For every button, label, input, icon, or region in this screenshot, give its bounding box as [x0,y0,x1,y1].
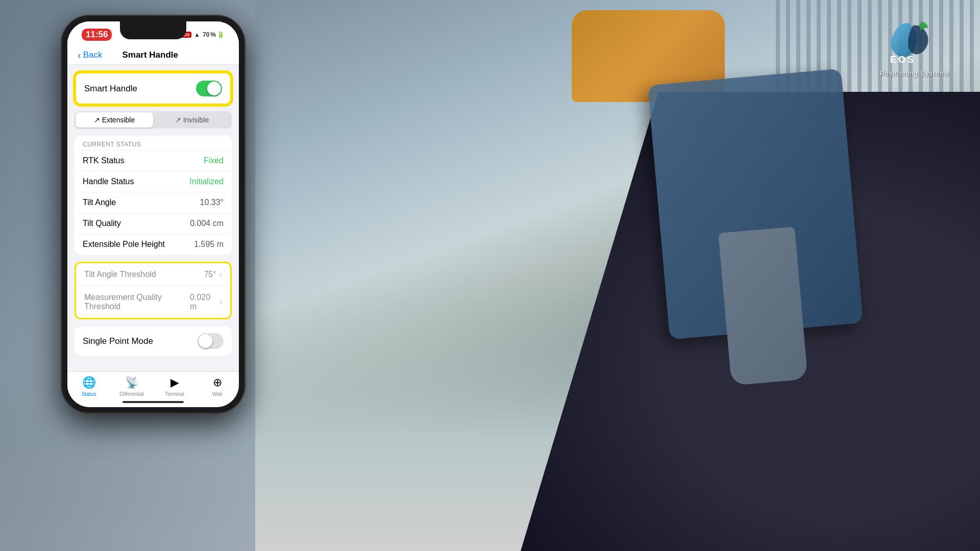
pole-height-row: Extensible Pole Height 1.595 m [75,234,232,255]
home-indicator [122,401,184,403]
phone-screen: 11:56 SOS ▲ 70% 🔋 ‹ Back Smart Handle [67,21,239,407]
chevron-right-icon-2: › [219,297,222,307]
invisible-icon: ↗ [175,116,183,124]
measurement-quality-label: Measurement Quality Threshold [84,293,190,311]
current-status-section: CURRENT STATUS RTK Status Fixed Handle S… [75,136,232,255]
status-time: 11:56 [82,29,112,41]
toggle-thumb [207,82,221,95]
terminal-tab-label: Terminal [165,391,184,397]
segment-control: ↗ Extensible ↗ Invisible [75,111,232,129]
eos-logo: EOS Positioning Systems [880,15,949,77]
tilt-angle-row: Tilt Angle 10.33° [75,192,232,213]
invisible-label: Invisible [183,116,209,124]
status-tab-label: Status [82,391,96,397]
extensible-icon: ↗ [94,116,102,124]
battery-icon: 🔋 [217,31,225,38]
battery-indicator: 70% 🔋 [203,31,225,38]
svg-text:EOS: EOS [890,55,916,65]
single-point-toggle-thumb [199,334,212,348]
single-point-row: Single Point Mode [75,327,232,356]
wifi-icon: ▲ [194,31,200,38]
measurement-quality-value-area: 0.020 m › [190,293,222,311]
rtk-status-row: RTK Status Fixed [75,150,232,171]
tilt-angle-threshold-label: Tilt Angle Threshold [84,270,156,279]
tilt-quality-label: Tilt Quality [83,219,121,228]
handle-status-label: Handle Status [83,177,134,186]
tilt-angle-value: 10.33° [200,198,224,207]
tilt-angle-threshold-row[interactable]: Tilt Angle Threshold 75° › [76,263,230,286]
smart-handle-row: Smart Handle [75,72,232,105]
smart-handle-toggle[interactable] [196,81,222,96]
measurement-quality-threshold-row[interactable]: Measurement Quality Threshold 0.020 m › [76,286,230,318]
phone-notch [120,21,186,39]
tilt-angle-threshold-value-area: 75° › [204,270,222,279]
back-chevron-icon: ‹ [78,50,81,60]
web-tab-icon: ⊕ [213,376,222,389]
bg-device-handle [718,227,808,386]
tab-web[interactable]: ⊕ Web [196,376,239,397]
measurement-quality-value: 0.020 m [190,293,216,311]
thresholds-section: Tilt Angle Threshold 75° › Measurement Q… [75,262,232,319]
tilt-quality-value: 0.004 cm [190,219,224,228]
tab-status[interactable]: 🌐 Status [67,376,110,397]
tilt-angle-threshold-value: 75° [204,270,216,279]
terminal-tab-icon: ▶ [170,376,179,389]
phone: 11:56 SOS ▲ 70% 🔋 ‹ Back Smart Handle [61,15,245,413]
section-header-status: CURRENT STATUS [75,136,232,150]
status-tab-icon: 🌐 [82,376,96,389]
chevron-right-icon: › [219,270,222,279]
tab-differential[interactable]: 📡 Differential [110,376,153,397]
single-point-label: Single Point Mode [83,336,153,346]
web-tab-label: Web [212,391,223,397]
handle-status-value: Initialized [189,177,224,186]
pole-height-value: 1.595 m [194,240,224,249]
extensible-label: Extensible [102,116,135,124]
smart-handle-label: Smart Handle [84,84,137,94]
tab-terminal[interactable]: ▶ Terminal [153,376,196,397]
phone-outer: 11:56 SOS ▲ 70% 🔋 ‹ Back Smart Handle [61,15,245,413]
rtk-status-value: Fixed [204,156,224,165]
single-point-section: Single Point Mode [75,327,232,356]
handle-status-row: Handle Status Initialized [75,171,232,192]
single-point-toggle[interactable] [198,333,224,349]
tilt-quality-row: Tilt Quality 0.004 cm [75,213,232,234]
nav-title: Smart Handle [102,50,198,60]
segment-extensible[interactable]: ↗ Extensible [76,112,153,128]
tilt-angle-label: Tilt Angle [83,198,116,207]
nav-bar: ‹ Back Smart Handle [67,45,239,65]
rtk-status-label: RTK Status [83,156,125,165]
back-button[interactable]: ‹ Back [78,50,102,60]
back-label: Back [83,50,103,60]
differential-tab-icon: 📡 [125,376,139,389]
eos-tagline: Positioning Systems [880,69,949,77]
differential-tab-label: Differential [119,391,144,397]
segment-invisible[interactable]: ↗ Invisible [153,112,231,128]
pole-height-label: Extensible Pole Height [83,240,165,249]
